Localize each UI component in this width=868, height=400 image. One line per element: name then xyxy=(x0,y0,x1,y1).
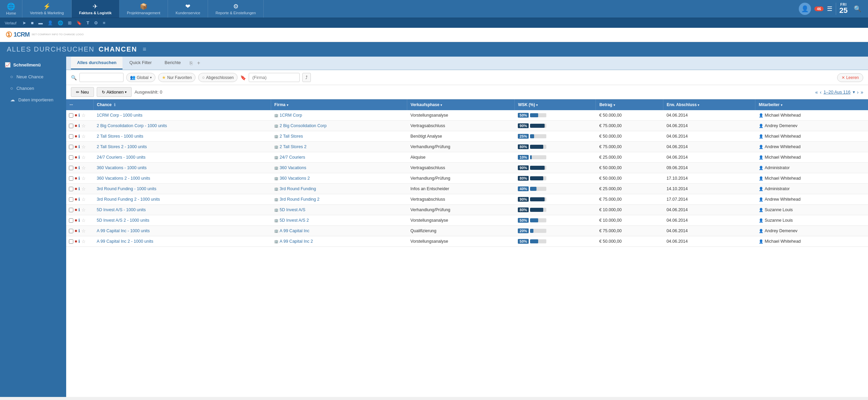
info-icon[interactable]: ℹ xyxy=(78,186,80,191)
info-icon[interactable]: ℹ xyxy=(78,207,80,212)
chance-link[interactable]: 1CRM Corp - 1000 units xyxy=(97,113,143,118)
pag-next-btn[interactable]: › xyxy=(857,89,859,95)
nav-home[interactable]: 🌐 Home xyxy=(0,0,22,18)
sidebar-section-header[interactable]: 📈 Schnellmenü xyxy=(0,59,66,71)
stop-icon[interactable]: ■ xyxy=(75,165,77,170)
chance-link[interactable]: 5D Invest A/S - 1000 units xyxy=(97,207,146,212)
stop-icon[interactable]: ■ xyxy=(75,207,77,212)
chance-link[interactable]: 360 Vacations 2 - 1000 units xyxy=(97,176,150,181)
star-icon[interactable]: ☆ xyxy=(81,239,86,244)
global-filter-btn[interactable]: 👥 Global ▾ xyxy=(126,73,155,82)
tab-berichte[interactable]: Berichte xyxy=(158,57,187,69)
stop-icon[interactable]: ■ xyxy=(75,197,77,202)
firma-link[interactable]: A 99 Capital Inc xyxy=(280,228,309,233)
nav-projekt[interactable]: 📦 Projektmanagement xyxy=(119,0,168,18)
row-checkbox[interactable] xyxy=(69,176,73,181)
stop-icon[interactable]: ■ xyxy=(75,123,77,128)
info-icon[interactable]: ℹ xyxy=(78,113,80,118)
chance-link[interactable]: 24/7 Couriers - 1000 units xyxy=(97,155,146,160)
firma-link[interactable]: 2 Tall Stores xyxy=(280,134,303,139)
search-btn[interactable]: 🔍 xyxy=(851,4,864,14)
row-checkbox[interactable] xyxy=(69,229,73,233)
chance-link[interactable]: A 99 Capital Inc 2 - 1000 units xyxy=(97,239,153,244)
tab-quick[interactable]: Quick Filter xyxy=(123,57,158,69)
info-icon[interactable]: ℹ xyxy=(78,176,80,181)
stop-icon[interactable]: ■ xyxy=(75,176,77,181)
th-betrag[interactable]: Betrag ▾ xyxy=(596,99,663,110)
star-icon[interactable]: ☆ xyxy=(81,207,86,213)
star-icon[interactable]: ☆ xyxy=(81,197,86,202)
star-icon[interactable]: ☆ xyxy=(81,123,86,128)
row-checkbox[interactable] xyxy=(69,187,73,191)
info-icon[interactable]: ℹ xyxy=(78,155,80,160)
pag-prev-prev-btn[interactable]: « xyxy=(815,89,818,95)
info-icon[interactable]: ℹ xyxy=(78,218,80,223)
info-icon[interactable]: ℹ xyxy=(78,123,80,128)
row-checkbox[interactable] xyxy=(69,166,73,170)
th-controls[interactable]: ··· xyxy=(66,99,93,110)
star-icon[interactable]: ☆ xyxy=(81,186,86,192)
new-btn[interactable]: ✏ Neu xyxy=(71,87,94,97)
star-icon[interactable]: ☆ xyxy=(81,176,86,181)
info-icon[interactable]: ℹ xyxy=(78,134,80,139)
firma-link[interactable]: 24/7 Couriers xyxy=(280,155,305,160)
firma-link[interactable]: A 99 Capital Inc 2 xyxy=(280,239,313,244)
star-icon[interactable]: ☆ xyxy=(81,165,86,171)
star-icon[interactable]: ☆ xyxy=(81,155,86,160)
sidebar-item-neue-chance[interactable]: ○ Neue Chance xyxy=(0,71,66,82)
chance-link[interactable]: 3rd Round Funding - 1000 units xyxy=(97,186,156,191)
pag-prev-btn[interactable]: ‹ xyxy=(820,89,822,95)
logo[interactable]: ① 1CRM SET COMPANY INFO TO CHANGE LOGO xyxy=(5,31,84,39)
info-icon[interactable]: ℹ xyxy=(78,239,80,244)
chance-link[interactable]: 360 Vacations - 1000 units xyxy=(97,165,147,170)
stop-icon[interactable]: ■ xyxy=(75,113,77,118)
chance-link[interactable]: 2 Tall Stores 2 - 1000 units xyxy=(97,144,147,149)
search-input[interactable] xyxy=(79,73,124,82)
th-verkaufsphase[interactable]: Verkaufsphase ▾ xyxy=(407,99,515,110)
nav-reporte[interactable]: ⚙ Reporte & Einstellungen xyxy=(208,0,264,18)
info-icon[interactable]: ℹ xyxy=(78,144,80,149)
th-wsk[interactable]: WSK (%) ▾ xyxy=(514,99,596,110)
clear-btn[interactable]: ✕ Leeren xyxy=(837,73,863,82)
row-checkbox[interactable] xyxy=(69,239,73,244)
favorites-filter-btn[interactable]: ★ Nur Favoriten xyxy=(158,73,196,82)
sidebar-item-daten[interactable]: ☁ Daten importieren xyxy=(0,94,66,105)
sidebar-item-chancen[interactable]: ○ Chancen xyxy=(0,82,66,94)
pag-next-next-btn[interactable]: » xyxy=(861,89,863,95)
star-icon[interactable]: ☆ xyxy=(81,113,86,118)
row-checkbox[interactable] xyxy=(69,134,73,139)
star-icon[interactable]: ☆ xyxy=(81,134,86,139)
chance-link[interactable]: 2 Tall Stores - 1000 units xyxy=(97,134,143,139)
export-btn[interactable]: ⤴ xyxy=(302,73,311,82)
closed-filter-btn[interactable]: ○ Abgeschlossen xyxy=(198,73,237,82)
firma-link[interactable]: 360 Vacations xyxy=(280,165,306,170)
star-icon[interactable]: ☆ xyxy=(81,228,86,234)
firma-filter-input[interactable] xyxy=(249,73,300,82)
chance-link[interactable]: A 99 Capital Inc - 1000 units xyxy=(97,228,150,233)
info-icon[interactable]: ℹ xyxy=(78,197,80,202)
user-avatar[interactable]: 👤 xyxy=(799,3,811,15)
firma-link[interactable]: 5D Invest A/S 2 xyxy=(280,218,309,223)
stop-icon[interactable]: ■ xyxy=(75,228,77,233)
stop-icon[interactable]: ■ xyxy=(75,134,77,139)
notification-badge[interactable]: 46 xyxy=(814,6,823,11)
row-checkbox[interactable] xyxy=(69,208,73,212)
th-firma[interactable]: Firma ▾ xyxy=(271,99,407,110)
th-mitarbeiter[interactable]: Mitarbeiter ▾ xyxy=(755,99,868,110)
stop-icon[interactable]: ■ xyxy=(75,144,77,149)
info-icon[interactable]: ℹ xyxy=(78,228,80,233)
row-checkbox[interactable] xyxy=(69,155,73,160)
row-checkbox[interactable] xyxy=(69,113,73,118)
pag-dropdown-icon[interactable]: ▾ xyxy=(853,89,855,95)
info-icon[interactable]: ℹ xyxy=(78,165,80,170)
menu-toggle-icon[interactable]: ≡ xyxy=(143,46,147,53)
star-icon[interactable]: ☆ xyxy=(81,218,86,223)
star-icon[interactable]: ☆ xyxy=(81,144,86,149)
firma-link[interactable]: 2 Tall Stores 2 xyxy=(280,144,306,149)
firma-link[interactable]: 3rd Round Funding xyxy=(280,186,316,191)
stop-icon[interactable]: ■ xyxy=(75,155,77,160)
stop-icon[interactable]: ■ xyxy=(75,218,77,223)
nav-vertrieb[interactable]: ⚡ Vertrieb & Marketing xyxy=(22,0,72,18)
row-checkbox[interactable] xyxy=(69,124,73,128)
stop-icon[interactable]: ■ xyxy=(75,239,77,244)
